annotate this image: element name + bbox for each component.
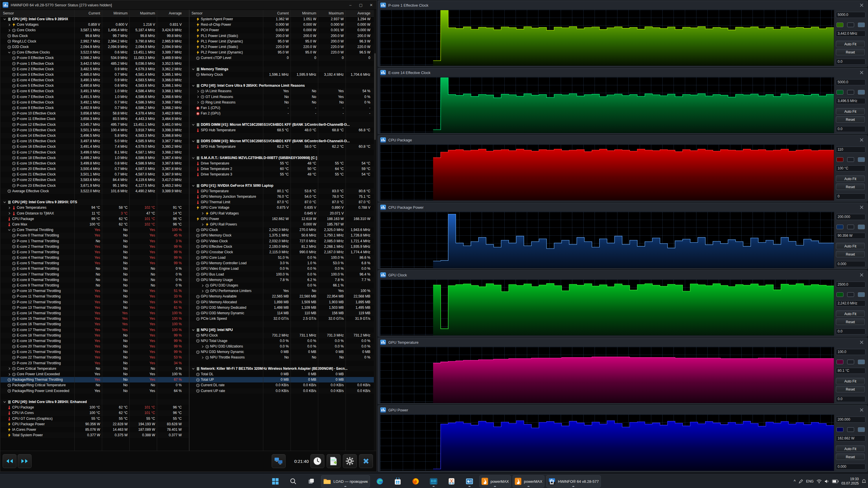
taskbar-item-task-view[interactable] (303, 476, 319, 487)
sensor-row[interactable]: Average Effective Clock3,522.0 MHz101.6 … (1, 189, 189, 194)
sensor-section-header[interactable]: CPU [#0]: Intel Core Ultra 9 285HX: Perf… (189, 83, 374, 89)
scale-min-input[interactable]: 0.0 (836, 126, 865, 132)
sensor-row[interactable]: Core Effective Clocks3,522.0 MHz0.6 MHz1… (1, 50, 189, 55)
sensor-row[interactable]: CPU Package100 °C62 °C101 °C96 °C (1, 405, 189, 410)
collapse-chevron-icon[interactable] (2, 18, 7, 21)
sensor-row[interactable]: CPU GT Cores (Graphics)55 °C55 °C55 °C55… (1, 416, 189, 422)
sensor-row[interactable]: GPU Memory Junction Temperature76.0 °C54… (189, 194, 374, 199)
taskbar-item-search[interactable] (285, 476, 302, 487)
column-header-left[interactable]: Sensor Current Minimum Maximum Average (1, 10, 189, 17)
sensor-row[interactable]: P-core 1 Thermal ThrottlingNoNoYes3 % (1, 238, 189, 244)
taskbar-item-snipping-tool[interactable] (443, 476, 460, 487)
language-indicator[interactable]: ENG (806, 479, 814, 483)
sensor-row[interactable]: P-core 12 Effective Clock3,545.7 MHz495.… (1, 122, 189, 128)
current-value-box[interactable]: 2,242.0 MHz (836, 300, 865, 306)
sensor-row[interactable]: GPU Thermal Limit87.0 °C87.0 °C87.0 °C87… (189, 199, 374, 205)
background-color-swatch[interactable] (847, 90, 854, 95)
sensor-row[interactable]: P-core 0 Effective Clock3,566.2 MHz534.9… (1, 55, 189, 61)
sensor-row[interactable]: GPU Video Engine Load0.0 %0.0 %0.0 %0.0 … (189, 266, 374, 271)
sensor-row[interactable]: P-core 10 Thermal ThrottlingYesNoYes51 % (1, 288, 189, 294)
graph-titlebar[interactable]: E-core 14 Effective Clock (378, 68, 867, 77)
scale-max-input[interactable]: 200.000 (836, 417, 865, 423)
sensor-row[interactable]: Current UP rate0.0 KB/s0.0 KB/s0.0 KB/s0… (189, 388, 374, 394)
collapse-chevron-icon[interactable] (191, 140, 195, 142)
sensor-row[interactable]: PL1 Power Limit (Static)200.0 W200.0 W20… (189, 33, 374, 39)
sensor-row[interactable]: Core Voltages0.859 V0.600 V1.216 V0.831 … (1, 22, 189, 28)
sensor-row[interactable]: E-core 14 Effective Clock3,496.5 MHz5.8 … (1, 133, 189, 138)
sensor-row[interactable]: GPU Bus Load100.0 %0.0 %100.0 %96.4 % (189, 272, 374, 277)
scale-max-input[interactable]: 2500.0 (836, 282, 865, 288)
sensor-row[interactable]: E-core 8 Thermal ThrottlingNoNoNo0 % (1, 277, 189, 283)
auto-fit-button[interactable]: Auto Fit (836, 243, 865, 249)
sensor-row[interactable]: GPU D3D Usages0.0 %66.1 % (189, 283, 374, 288)
reset-button[interactable]: Reset (836, 386, 865, 392)
sensor-row[interactable]: E-core 3 Thermal ThrottlingYesNoYes99 % (1, 250, 189, 255)
sensor-row[interactable]: GPU Memory Controller Load3.0 %1.0 %53.0… (189, 260, 374, 266)
graph-close-icon[interactable] (859, 3, 864, 7)
sensor-row[interactable]: System Agent Power1.362 W1.051 W2.937 W1… (189, 17, 374, 22)
col-sensor[interactable]: Sensor (1, 11, 74, 15)
graph-color-swatch[interactable] (836, 360, 843, 364)
sensor-row[interactable]: GPU D3D Memory Dynamic114 MB110 MB156 MB… (189, 311, 374, 316)
expand-chevron-icon[interactable] (200, 290, 205, 293)
collapse-chevron-icon[interactable] (191, 124, 195, 126)
sensor-row[interactable]: Total DL0 MB0 MB0 MB (189, 371, 374, 377)
sensor-row[interactable]: Current cTDP Level0000 (189, 55, 374, 61)
graph-close-icon[interactable] (859, 70, 864, 75)
expand-chevron-icon[interactable] (200, 284, 205, 287)
col-average[interactable]: Average (345, 11, 372, 15)
sensor-section-header[interactable]: DDR5 DIMM [#1]: Micron MTC16C2085S1VC64B… (189, 122, 374, 128)
scale-min-input[interactable]: 0.000 (836, 464, 865, 470)
column-header-right[interactable]: Sensor Current Minimum Maximum Average (189, 10, 374, 17)
sensor-row[interactable]: Core Thermal ThrottlingYesNoYes100 % (1, 227, 189, 233)
taskbar-item-edge[interactable] (372, 476, 388, 487)
sensor-row[interactable]: NPU Throttle ReasonsNoNoNo0 % (189, 355, 374, 360)
sensor-row[interactable]: E-core 2 Effective Clock3,482.5 MHz0.9 M… (1, 66, 189, 72)
sensor-window-titlebar[interactable]: HWiNFO® 64 v8.28-5770 Sensor Status [273… (0, 0, 376, 10)
graph-close-icon[interactable] (859, 408, 864, 412)
expand-chevron-icon[interactable] (7, 373, 11, 376)
sensor-row[interactable]: NPU D3D Memory Dynamic0 MB0 MB0 MB0 MB (189, 349, 374, 355)
sensor-section-header[interactable]: CPU [#0]: Intel Core Ultra 9 285HX (1, 17, 189, 22)
collapse-chevron-icon[interactable] (7, 51, 11, 54)
sensor-row[interactable]: E-core 18 Thermal ThrottlingYesNoYes99 % (1, 333, 189, 338)
graph-titlebar[interactable]: CPU Package (378, 136, 867, 144)
scrollbar-thumb[interactable] (374, 53, 376, 140)
scale-max-input[interactable]: 110 (836, 147, 865, 153)
scale-min-input[interactable]: 0.0 (836, 396, 865, 402)
sensor-row[interactable]: E-core 15 Effective Clock3,497.8 MHz5.0 … (1, 138, 189, 144)
graph-close-icon[interactable] (859, 340, 864, 345)
sensor-row[interactable]: E-core 8 Effective Clock3,492.1 MHz0.7 M… (1, 100, 189, 105)
graph-close-icon[interactable] (859, 138, 864, 142)
background-color-swatch[interactable] (847, 360, 854, 364)
graph-window[interactable]: CPU Package110100 °CAuto FitReset0 (378, 135, 867, 201)
sensor-row[interactable]: E-core 9 Effective Clock3,492.9 MHz0.7 M… (1, 105, 189, 111)
sensor-section-header[interactable]: CPU [#0]: Intel Core Ultra 9 285HX: DTS (1, 199, 189, 205)
sensor-row[interactable]: P-core 13 Effective Clock3,501.3 MHz100.… (1, 128, 189, 133)
sensor-section-header[interactable]: Memory Timings (189, 66, 374, 72)
sensor-section-header[interactable]: CPU [#0]: Intel Core Ultra 9 285HX: Enha… (1, 399, 189, 405)
reset-button[interactable]: Reset (836, 454, 865, 460)
sensor-row[interactable]: Drive Temperature55 °C48 °C55 °C54 °C (189, 161, 374, 166)
graph-close-icon[interactable] (859, 205, 864, 209)
sensor-row[interactable]: E-core 7 Effective Clock3,491.5 MHz1.0 M… (1, 94, 189, 100)
sensor-row[interactable]: E-core 19 Thermal ThrottlingYesNoYes99 % (1, 338, 189, 344)
reset-button[interactable]: Reset (836, 116, 865, 123)
taskbar-item-start[interactable] (267, 476, 283, 487)
background-color-swatch[interactable] (847, 157, 854, 162)
current-value-box[interactable]: 90.356 W (836, 233, 865, 239)
sensor-row[interactable]: NPU Clock731.2 MHz731.1 MHz731.3 MHz731.… (189, 333, 374, 338)
sensor-section-header[interactable]: S.M.A.R.T.: SAMSUNG MZVLC2T0HBLD-00BT7 (… (189, 155, 374, 161)
close-sensors-button[interactable] (359, 454, 373, 468)
remote-monitors-button[interactable] (272, 454, 286, 468)
sensor-row[interactable]: E-core 17 Thermal ThrottlingYesYesYes100… (1, 327, 189, 333)
current-value-box[interactable]: 80.1 °C (836, 368, 865, 374)
sensor-row[interactable]: E-core 21 Effective Clock3,501.1 MHz0.7 … (1, 172, 189, 177)
background-color-swatch[interactable] (847, 427, 854, 432)
sensor-row[interactable]: P-core 13 Thermal ThrottlingYesNoYes61 % (1, 305, 189, 311)
sensor-row[interactable]: Drive Temperature 355 °C48 °C55 °C54 °C (189, 172, 374, 177)
sensor-row[interactable]: Fan 1 (CPU)---- (189, 105, 374, 111)
col-minimum[interactable]: Minimum (290, 11, 318, 15)
sensor-row[interactable]: GPU Power162.662 W12.618 W188.163 W168.3… (189, 216, 374, 222)
graph-plot-area[interactable] (380, 144, 834, 201)
